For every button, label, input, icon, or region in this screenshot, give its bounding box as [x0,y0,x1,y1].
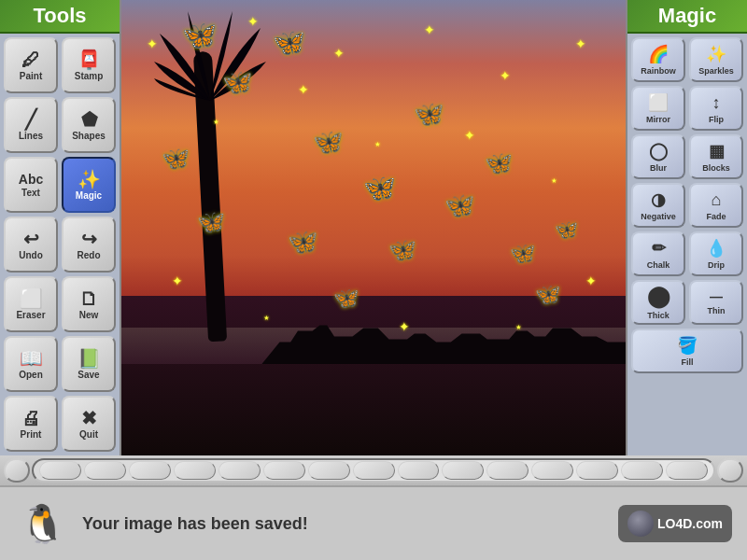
tool-paint[interactable]: 🖊 Paint [4,37,58,93]
open-label: Open [19,370,43,380]
scroll-pill[interactable] [621,461,663,480]
scroll-pill[interactable] [218,461,261,480]
undo-label: Undo [19,250,43,260]
tool-eraser[interactable]: ⬜ Eraser [4,276,58,332]
redo-icon: ↪ [81,230,97,248]
tool-new[interactable]: 🗋 New [62,276,116,332]
scroll-pill[interactable] [129,461,171,480]
scroll-pill[interactable] [39,461,81,480]
butterfly-11: 🦋 [444,191,474,220]
shapes-label: Shapes [72,131,106,141]
chalk-icon: ✏ [652,238,666,259]
tools-grid: 🖊 Paint 📮 Stamp ╱ Lines ⬟ Shapes Abc [0,34,120,455]
app-container: Tools 🖊 Paint 📮 Stamp ╱ Lines ⬟ Shapes [0,0,747,560]
tool-lines[interactable]: ╱ Lines [4,97,58,153]
stamp-label: Stamp [75,71,104,81]
right-toolbar: Magic 🌈 Rainbow ✨ Sparkles ⬜ Mirror ↕ Fl… [626,0,747,455]
negative-icon: ◑ [651,189,666,210]
butterfly-12: 🦋 [485,150,513,176]
tool-save[interactable]: 📗 Save [62,336,116,392]
scroll-pill[interactable] [486,461,529,480]
new-icon: 🗋 [79,289,98,308]
text-icon: Abc [19,173,43,186]
magic-thick[interactable]: ⬤ Thick [631,280,685,325]
tool-print[interactable]: 🖨 Print [4,396,58,452]
tool-text[interactable]: Abc Text [4,157,58,213]
scroll-pill[interactable] [263,461,305,480]
magic-drip[interactable]: 💧 Drip [689,231,743,276]
magic-fade[interactable]: ⌂ Fade [689,183,743,228]
butterfly-6: 🦋 [313,128,343,157]
sparkle-11: ⋆ [550,173,558,188]
text-label: Text [21,188,40,198]
canvas-image[interactable]: 🦋 🦋 🦋 🦋 🦋 🦋 🦋 🦋 🦋 🦋 🦋 🦋 🦋 🦋 🦋 🦋 ✦ ✦ [121,0,626,455]
magic-thin[interactable]: — Thin [689,280,743,325]
magic-negative[interactable]: ◑ Negative [631,183,685,228]
status-message: Your image has been saved! [82,514,618,534]
tool-open[interactable]: 📖 Open [4,336,58,392]
butterfly-14: 🦋 [535,283,560,307]
sparkle-5: ✦ [500,68,511,83]
paint-icon: 🖊 [21,50,40,69]
magic-grid: 🌈 Rainbow ✨ Sparkles ⬜ Mirror ↕ Flip ◯ [627,34,747,377]
sparkle-8: ✦ [298,82,309,97]
shapes-icon: ⬟ [81,110,97,129]
magic-chalk[interactable]: ✏ Chalk [631,231,685,276]
magic-mirror[interactable]: ⬜ Mirror [631,86,685,131]
scroll-area [0,455,747,485]
thin-icon: — [710,289,723,304]
scroll-pill[interactable] [353,461,395,480]
tool-shapes[interactable]: ⬟ Shapes [62,97,116,153]
scroll-pill[interactable] [398,461,440,480]
scroll-track[interactable] [32,458,715,483]
butterfly-8: 🦋 [363,173,396,203]
print-label: Print [21,429,42,440]
top-area: Tools 🖊 Paint 📮 Stamp ╱ Lines ⬟ Shapes [0,0,747,455]
magic-label: Magic [76,190,102,201]
open-icon: 📖 [20,349,43,368]
scroll-pill[interactable] [442,461,484,480]
butterfly-7: 🦋 [288,228,317,257]
magic-rainbow[interactable]: 🌈 Rainbow [631,37,685,82]
drip-icon: 💧 [706,238,726,259]
scroll-pill[interactable] [576,461,618,480]
sparkle-1: ✦ [147,36,158,51]
scroll-pill[interactable] [174,461,216,480]
tools-header: Tools [0,0,120,34]
redo-label: Redo [78,250,101,260]
scroll-pill[interactable] [84,461,126,480]
sparkle-2: ✦ [247,14,259,29]
thin-label: Thin [708,306,726,315]
fade-icon: ⌂ [712,190,722,210]
scroll-pill[interactable] [308,461,350,480]
scroll-left-btn[interactable] [4,458,30,483]
undo-icon: ↩ [23,230,39,248]
tool-redo[interactable]: ↪ Redo [62,217,116,273]
rainbow-icon: 🌈 [648,44,669,64]
new-label: New [79,310,99,320]
magic-icon: ✨ [78,170,101,189]
sparkle-15: ⋆ [514,319,523,334]
tool-stamp[interactable]: 📮 Stamp [62,37,116,93]
save-label: Save [78,370,99,380]
magic-sparkles[interactable]: ✨ Sparkles [689,37,743,82]
lines-label: Lines [19,131,43,141]
butterfly-2: 🦋 [222,68,252,97]
magic-flip[interactable]: ↕ Flip [689,86,743,131]
sparkle-14: ✦ [399,319,410,334]
stamp-icon: 📮 [78,50,101,69]
canvas-area[interactable]: 🦋 🦋 🦋 🦋 🦋 🦋 🦋 🦋 🦋 🦋 🦋 🦋 🦋 🦋 🦋 🦋 ✦ ✦ [121,0,626,455]
magic-fill[interactable]: 🪣 Fill [631,329,743,373]
scroll-right-btn[interactable] [717,458,743,483]
blocks-icon: ▦ [709,141,725,161]
butterfly-10: 🦋 [388,237,416,263]
tool-undo[interactable]: ↩ Undo [4,217,58,273]
tool-magic[interactable]: ✨ Magic [62,157,116,213]
butterfly-13: 🦋 [510,242,535,266]
magic-blocks[interactable]: ▦ Blocks [689,134,743,179]
scroll-pill[interactable] [666,461,708,480]
magic-blur[interactable]: ◯ Blur [631,134,685,179]
scroll-pill[interactable] [531,461,573,480]
lo4d-badge: LO4D.com [618,505,732,542]
tool-quit[interactable]: ✖ Quit [62,396,116,452]
